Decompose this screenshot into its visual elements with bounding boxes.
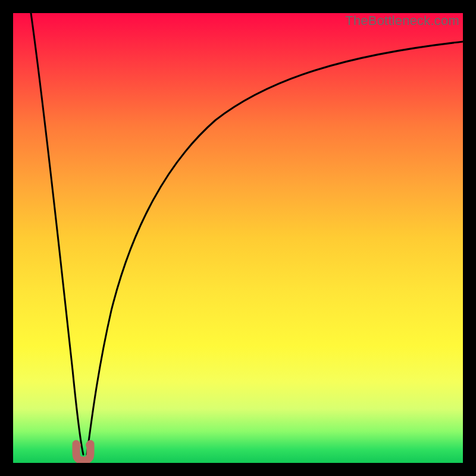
attribution-watermark: TheBottleneck.com xyxy=(345,13,459,29)
right-curve-path xyxy=(87,42,463,455)
notch-marker-dot-left xyxy=(74,441,81,449)
chart-curves xyxy=(13,13,463,463)
notch-marker-dot-right xyxy=(86,441,93,449)
left-curve-path xyxy=(31,13,83,455)
notch-marker-u xyxy=(76,444,90,461)
chart-area: TheBottleneck.com xyxy=(13,13,463,463)
